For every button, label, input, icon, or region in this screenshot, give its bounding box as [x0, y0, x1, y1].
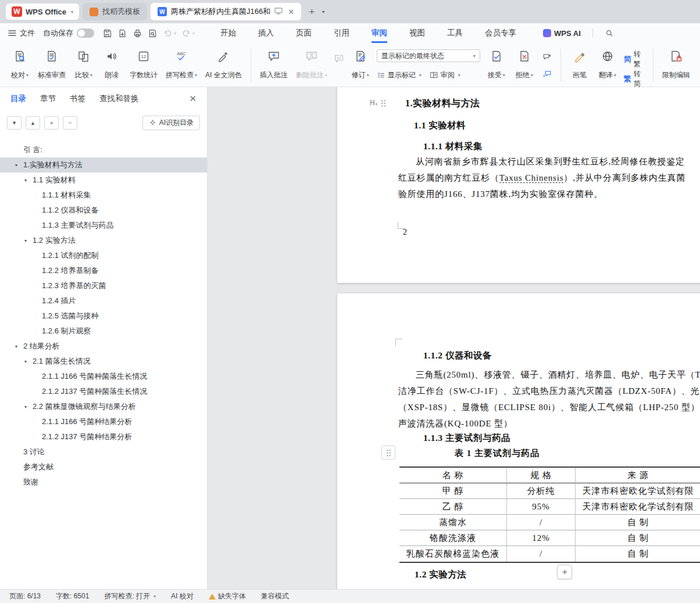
spell-check-button[interactable]: ABC 拼写检查▾ — [162, 45, 201, 85]
save-button[interactable] — [102, 28, 112, 38]
close-sidebar-icon[interactable]: ✕ — [189, 94, 197, 104]
document-canvas[interactable]: H₁ 1.实验材料与方法 1.1 实验材料 1.1.1 材料采集 从河南省新乡市… — [208, 87, 700, 589]
accept-button[interactable]: 接受▾ — [483, 45, 510, 85]
toc-expand-arrow-icon[interactable]: ▾ — [24, 404, 27, 410]
search-button[interactable] — [605, 28, 614, 38]
markup-state-dropdown[interactable]: 显示标记的最终状态 ▾ — [377, 49, 480, 62]
review-pane-button[interactable]: 审阅▾ — [430, 70, 460, 80]
status-missing-font[interactable]: 缺失字体 — [209, 591, 246, 601]
status-ai-proofread[interactable]: AI 校对 — [171, 591, 194, 601]
toc-item[interactable]: ▾ 2.2 菌株显微镜观察与结果分析 — [0, 399, 207, 414]
toc-item[interactable]: ▾ 1.1.2 仪器和设备 — [0, 203, 207, 218]
word-count-button[interactable]: 12 字数统计 — [126, 45, 162, 85]
tab-docer-templates[interactable]: 找稻壳模板 — [83, 3, 147, 20]
toc-item[interactable]: ▾ 1.2.4 插片 — [0, 293, 207, 308]
document-page-1[interactable]: H₁ 1.实验材料与方法 1.1 实验材料 1.1.1 材料采集 从河南省新乡市… — [337, 87, 700, 283]
close-tab-icon[interactable]: ✕ — [288, 8, 294, 16]
toc-item[interactable]: ▾ 1.2.5 选菌与接种 — [0, 308, 207, 324]
toc-item[interactable]: ▾ 2 结果分析 — [0, 339, 207, 354]
sidebar-tab[interactable]: 查找和替换 — [99, 94, 139, 104]
redo-button[interactable]: ▾ — [181, 28, 195, 38]
toc-item[interactable]: ▾ 致谢 — [0, 475, 207, 490]
wps-ai-button[interactable]: WPS AI — [543, 29, 581, 38]
expand-all-button[interactable]: ▾ — [7, 116, 22, 130]
output-button[interactable] — [117, 28, 127, 38]
proofread-button[interactable]: 校对▾ — [6, 45, 34, 85]
toc-item[interactable]: ▾ 2.1.2 J137 号菌种菌落生长情况 — [0, 384, 207, 399]
toc-item[interactable]: ▾ 1.2 实验方法 — [0, 233, 207, 248]
toc-item[interactable]: ▾ 1.2.1 试剂的配制 — [0, 248, 207, 263]
insert-plus-button[interactable]: ＋ — [557, 565, 572, 579]
toc-item[interactable]: ▾ 1.2.2 培养基制备 — [0, 263, 207, 278]
traditional-to-simplified-button[interactable]: 繁 转简 — [624, 69, 646, 89]
undo-button[interactable]: ▾ — [163, 28, 176, 38]
insert-comment-button[interactable]: 插入批注 — [256, 45, 292, 85]
print-preview-button[interactable] — [148, 28, 158, 38]
collapse-all-button[interactable]: ▴ — [26, 116, 40, 130]
next-change-button[interactable] — [540, 66, 555, 81]
ribbon-tab[interactable]: 页面 — [296, 23, 312, 43]
read-aloud-button[interactable]: 朗读 — [98, 45, 126, 85]
status-word-count[interactable]: 字数: 6501 — [56, 591, 89, 601]
tab-document[interactable]: W 两株产紫杉醇内生真菌J166和 ✕ — [151, 3, 301, 20]
ribbon-tab[interactable]: 插入 — [258, 23, 274, 43]
status-compatibility-mode[interactable]: 兼容模式 — [261, 591, 289, 601]
toc-expand-arrow-icon[interactable]: ▾ — [24, 178, 27, 183]
ribbon-tab[interactable]: 会员专享 — [485, 23, 516, 43]
new-tab-button[interactable]: ＋ — [305, 5, 319, 19]
table-cell-name: 甲 醇 — [399, 483, 507, 499]
sidebar-tab[interactable]: 书签 — [70, 94, 85, 104]
ribbon-tab[interactable]: 引用 — [334, 23, 349, 43]
simplified-to-traditional-button[interactable]: 简 转繁 — [624, 49, 646, 69]
toc-item[interactable]: ▾ 2.1.1 J166 号菌种结果分析 — [0, 414, 207, 429]
ai-polish-button[interactable]: AI 全文润色 — [201, 45, 246, 85]
toc-item[interactable]: ▾ 1.1.1 材料采集 — [0, 188, 207, 203]
toc-expand-arrow-icon[interactable]: ▾ — [24, 238, 27, 243]
toc-item[interactable]: ▾ 2.1 菌落生长情况 — [0, 354, 207, 369]
table-drag-handle[interactable] — [381, 446, 395, 460]
toc-item[interactable]: ▾ 参考文献 — [0, 460, 207, 475]
toc-item[interactable]: ▾ 3 讨论 — [0, 444, 207, 460]
status-page-indicator[interactable]: 页面: 6/13 — [9, 591, 41, 601]
ink-brush-button[interactable]: 画笔 — [566, 45, 594, 85]
resolve-comment-button[interactable] — [331, 51, 347, 66]
restrict-editing-button[interactable]: 限制编辑 — [658, 45, 694, 85]
toc-item[interactable]: ▾ 1.2.6 制片观察 — [0, 324, 207, 339]
sidebar-tab[interactable]: 章节 — [40, 94, 56, 104]
toc-expand-arrow-icon[interactable]: ▾ — [15, 344, 17, 349]
toc-item[interactable]: ▾ 1.实验材料与方法 — [0, 157, 207, 173]
translate-button[interactable]: 翻译▾ — [594, 45, 622, 85]
ribbon-tab[interactable]: 开始 — [220, 23, 236, 43]
print-button[interactable] — [133, 28, 142, 38]
sidebar-tab[interactable]: 目录 — [10, 94, 26, 104]
toc-expand-arrow-icon[interactable]: ▾ — [24, 359, 27, 364]
toc-expand-arrow-icon[interactable]: ▾ — [15, 163, 17, 168]
document-page-2[interactable]: 1.1.2 仪器和设备 三角瓶(250ml)、移液管、镊子、酒精灯、培养皿、电炉… — [337, 293, 700, 589]
compare-button[interactable]: 比较▾ — [70, 45, 98, 85]
zoom-out-button[interactable]: － — [63, 116, 77, 130]
status-bar: 页面: 6/13 字数: 6501 拼写检查: 打开▾ AI 校对 缺失字体 兼… — [0, 589, 700, 603]
toc-item[interactable]: ▾ 2.1.2 J137 号菌种结果分析 — [0, 429, 207, 444]
track-changes-button[interactable]: 修订▾ — [347, 45, 374, 85]
heading-drag-handle[interactable]: H₁ — [370, 99, 386, 107]
standard-review-button[interactable]: 标准审查 — [34, 45, 70, 85]
delete-comment-button[interactable]: 删除批注▾ — [292, 45, 331, 85]
ribbon-tab[interactable]: 工具 — [447, 23, 463, 43]
toc-item[interactable]: ▾ 2.1.1 J166 号菌种菌落生长情况 — [0, 369, 207, 384]
wps-office-menu-button[interactable]: W WPS Office ▾ — [6, 3, 79, 20]
zoom-in-button[interactable]: ＋ — [44, 116, 59, 130]
toc-item[interactable]: ▾ 引 言: — [0, 142, 207, 157]
show-markup-button[interactable]: 显示标记▾ — [377, 70, 422, 80]
toc-item[interactable]: ▾ 1.2.3 培养基的灭菌 — [0, 278, 207, 293]
tab-list-chevron-icon[interactable]: ▾ — [322, 9, 324, 15]
ribbon-tab[interactable]: 视图 — [409, 23, 425, 43]
reject-button[interactable]: 拒绝▾ — [510, 45, 538, 85]
file-menu-button[interactable]: 文件 — [8, 28, 35, 38]
status-spell-check[interactable]: 拼写检查: 打开▾ — [104, 591, 156, 601]
toc-item[interactable]: ▾ 1.1.3 主要试剂与药品 — [0, 218, 207, 233]
toc-item[interactable]: ▾ 1.1 实验材料 — [0, 173, 207, 188]
ai-recognize-toc-button[interactable]: AI识别目录 — [142, 116, 200, 130]
previous-change-button[interactable] — [540, 49, 555, 64]
ribbon-tab[interactable]: 审阅 — [372, 23, 387, 43]
autosave-toggle[interactable] — [77, 28, 94, 38]
